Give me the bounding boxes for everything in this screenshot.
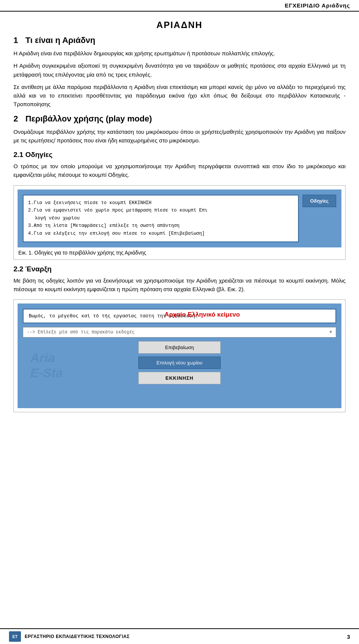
section2-para1: Ονομάζουμε περιβάλλον χρήσης την κατάστα… — [13, 127, 346, 145]
greek-text-box: Βωμός, τo μέγεθος καί τό τής εργασίας τα… — [23, 309, 336, 323]
figure2-box: Βωμός, τo μέγεθος καί τό τής εργασίας τα… — [13, 299, 346, 412]
figure1-odigies-button[interactable]: Οδηγίες — [303, 195, 336, 207]
figure2-newplace-button[interactable]: Επιλογή νέου χωρίου — [138, 357, 221, 369]
section1-para2: Η Αριάδνη συγκεκριμένα αξιοποιεί τη συγκ… — [13, 61, 346, 79]
figure2-inner: Βωμός, τo μέγεθος καί τό τής εργασίας τα… — [23, 309, 336, 384]
figure1-box: 1.Για να ξεκινήσεις πίεσε το κουμπί ΕΚΚΙ… — [13, 185, 346, 260]
section2-heading: Περιβάλλον χρήσης (play mode) — [25, 114, 152, 124]
figure2-start-button[interactable]: ΕΚΚΙΝΗΣΗ — [138, 372, 221, 384]
ariadne-ui-figure1: 1.Για να ξεκινήσεις πίεσε το κουμπί ΕΚΚΙ… — [18, 189, 341, 247]
subsection2-2-para: Με βάση τις οδηγίες λοιπόν για να ξεκινή… — [13, 276, 346, 294]
instruction-line-2b: λογή νέου χωρίου — [28, 215, 294, 222]
section1-para1: Η Αριάδνη είναι ένα περιβάλλον δημιουργί… — [13, 49, 346, 58]
section1-title-row: 1 Τι είναι η Αριάδνη — [13, 36, 346, 45]
section2-num: 2 — [13, 114, 25, 124]
figure2-select[interactable]: --> Επίλεξε μία από τις παρακάτω εκδοχές… — [23, 327, 336, 338]
page-footer: ΕΤ ΕΡΓΑΣΤΗΡΙΟ ΕΚΠΑΙΔΕΥΤΙΚΗΣ ΤΕΧΝΟΛΟΓΙΑΣ … — [0, 628, 359, 644]
footer-logo-icon: ΕΤ — [9, 631, 21, 642]
select-placeholder: --> Επίλεξε μία από τις παρακάτω εκδοχές — [27, 330, 135, 335]
main-content: ΑΡΙΑΔΝΗ 1 Τι είναι η Αριάδνη Η Αριάδνη ε… — [0, 12, 359, 445]
instruction-line-1: 1.Για να ξεκινήσεις πίεσε το κουμπί ΕΚΚΙ… — [28, 199, 294, 207]
instruction-line-2: 2.Για να εμφανιστεί νέο χωρίο προς μετάφ… — [28, 207, 294, 215]
svg-text:ΕΤ: ΕΤ — [12, 634, 18, 639]
header-title: ΕΓΧΕΙΡΙΔΙΟ Αριάδνης — [285, 2, 350, 9]
instruction-line-3: 3.Από τη λίστα [Μεταφράσεις] επέλεξε τη … — [28, 222, 294, 230]
subsection2-1-title: 2.1 Οδηγίες — [13, 151, 346, 159]
section1-num: 1 — [13, 36, 25, 45]
footer-label: ΕΡΓΑΣΤΗΡΙΟ ΕΚΠΑΙΔΕΥΤΙΚΗΣ ΤΕΧΝΟΛΟΓΙΑΣ — [25, 634, 130, 639]
figure2-confirm-button[interactable]: Επιβεβαίωση — [138, 341, 221, 354]
figure2-buttons: Επιβεβαίωση Επιλογή νέου χωρίου ΕΚΚΙΝΗΣΗ — [23, 341, 336, 384]
subsection2-2-title: 2.2 Έναρξη — [13, 265, 346, 273]
subsection2-1-para: Ο τρόπος με τον οποίο μπορούμε να χρησιμ… — [13, 162, 346, 179]
main-title: ΑΡΙΑΔΝΗ — [13, 20, 346, 30]
page-header: ΕΓΧΕΙΡΙΔΙΟ Αριάδνης — [0, 0, 359, 12]
greek-text-content: Βωμός, τo μέγεθος καί τό τής εργασίας τα… — [29, 313, 198, 319]
footer-left: ΕΤ ΕΡΓΑΣΤΗΡΙΟ ΕΚΠΑΙΔΕΥΤΙΚΗΣ ΤΕΧΝΟΛΟΓΙΑΣ — [9, 631, 130, 642]
section1-para3: Σε αντίθεση με άλλα παρόμοια περιβάλλοντ… — [13, 83, 346, 109]
select-arrow-icon: ▼ — [329, 330, 332, 335]
ariadne-ui-figure2: Βωμός, τo μέγεθος καί τό τής εργασίας τα… — [18, 303, 341, 408]
instruction-line-4: 4.Για να ελέγξεις την επιλογή σου πίεσε … — [28, 230, 294, 238]
section2-title-row: 2 Περιβάλλον χρήσης (play mode) — [13, 114, 346, 124]
section1-heading: Τι είναι η Αριάδνη — [25, 36, 95, 45]
greek-text-container: Βωμός, τo μέγεθος καί τό τής εργασίας τα… — [23, 309, 336, 323]
figure1-instructions: 1.Για να ξεκινήσεις πίεσε το κουμπί ΕΚΚΙ… — [23, 195, 299, 242]
figure1-caption: Εικ. 1. Οδηγίες για το περιβάλλον χρήσης… — [18, 250, 341, 256]
footer-page-num: 3 — [347, 634, 350, 640]
figure1-right: Οδηγίες — [303, 195, 336, 207]
